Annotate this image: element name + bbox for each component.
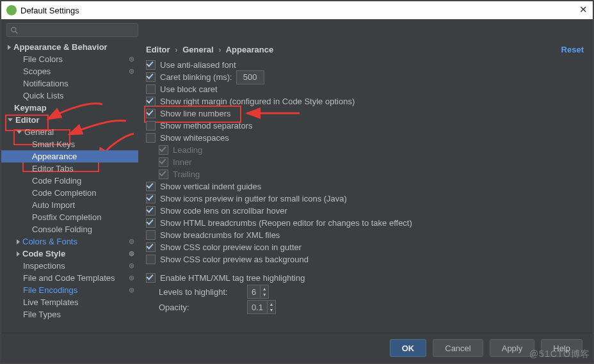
sidebar-item[interactable]: File Types bbox=[1, 308, 138, 320]
sidebar-item[interactable]: Quick Lists bbox=[1, 90, 138, 102]
checkbox-icon[interactable] bbox=[159, 170, 168, 179]
sidebar-item-label: Editor bbox=[15, 115, 40, 125]
checkbox-icon[interactable] bbox=[146, 218, 156, 228]
checkbox-icon[interactable] bbox=[146, 182, 156, 191]
sidebar-item-label: Editor Tabs bbox=[32, 164, 74, 173]
search-input[interactable] bbox=[6, 23, 138, 37]
checkbox-icon[interactable] bbox=[146, 97, 156, 106]
app-icon bbox=[6, 5, 17, 15]
checkbox-label: Show right margin (configured in Code St… bbox=[160, 97, 355, 106]
sidebar-item[interactable]: Smart Keys bbox=[1, 138, 138, 150]
sidebar-item[interactable]: Postfix Completion bbox=[1, 211, 138, 223]
apply-button[interactable]: Apply bbox=[490, 339, 535, 357]
sidebar-item[interactable]: Notifications bbox=[1, 77, 138, 90]
sidebar-item[interactable]: General bbox=[1, 126, 138, 138]
checkbox-row[interactable]: Inner bbox=[159, 156, 584, 168]
checkbox-label: Caret blinking (ms): bbox=[160, 72, 232, 82]
checkbox-label: Show CSS color preview icon in gutter bbox=[160, 242, 301, 252]
levels-row: Levels to highlight: 6▲▼ bbox=[159, 284, 584, 299]
reset-link[interactable]: Reset bbox=[561, 45, 584, 54]
checkbox-icon[interactable] bbox=[146, 242, 156, 252]
checkbox-icon[interactable] bbox=[146, 84, 156, 94]
checkbox-row[interactable]: Show right margin (configured in Code St… bbox=[146, 95, 584, 107]
checkbox-row[interactable]: Show breadcrumbs for XML files bbox=[146, 229, 584, 241]
checkbox-icon[interactable] bbox=[146, 72, 156, 82]
sidebar-item[interactable]: Console Folding bbox=[1, 223, 138, 235]
checkbox-icon[interactable] bbox=[159, 157, 168, 167]
checkbox-label: Leading bbox=[173, 145, 202, 155]
chevron-up-icon[interactable]: ▲ bbox=[261, 286, 268, 292]
sidebar-item[interactable]: Inspections⊚ bbox=[1, 260, 138, 272]
sidebar-item[interactable]: File Encodings⊚ bbox=[1, 284, 138, 296]
breadcrumb-part: General bbox=[182, 45, 213, 54]
field-label: Opacity: bbox=[159, 303, 242, 312]
checkbox-row[interactable]: Trailing bbox=[159, 168, 584, 180]
checkbox-row[interactable]: Use block caret bbox=[146, 83, 584, 95]
sidebar-item-label: Code Completion bbox=[32, 188, 96, 198]
sidebar-item[interactable]: Code Style⊚ bbox=[1, 248, 138, 260]
opacity-stepper[interactable]: 0.1▲▼ bbox=[247, 300, 276, 314]
checkbox-row[interactable]: Show CSS color preview icon in gutter bbox=[146, 241, 584, 253]
sidebar-item[interactable]: Keymap bbox=[1, 102, 138, 114]
cancel-button[interactable]: Cancel bbox=[433, 339, 483, 357]
checkbox-row[interactable]: Enable HTML/XML tag tree highlighting bbox=[146, 272, 584, 284]
ok-button[interactable]: OK bbox=[390, 339, 427, 357]
checkbox-icon[interactable] bbox=[146, 133, 156, 143]
checkbox-icon[interactable] bbox=[146, 60, 156, 70]
checkbox-icon[interactable] bbox=[146, 206, 156, 216]
checkbox-label: Use block caret bbox=[160, 84, 218, 94]
checkbox-icon[interactable] bbox=[146, 230, 156, 240]
checkbox-label: Show CSS color preview as background bbox=[160, 255, 309, 264]
searchbar bbox=[1, 19, 593, 40]
sidebar-item[interactable]: Code Completion bbox=[1, 187, 138, 199]
sidebar-item[interactable]: Scopes⊚ bbox=[1, 65, 138, 77]
chevron-up-icon[interactable]: ▲ bbox=[268, 301, 275, 307]
checkbox-icon[interactable] bbox=[159, 145, 168, 155]
checkbox-row[interactable]: Show CSS color preview as background bbox=[146, 253, 584, 265]
sidebar-item[interactable]: Appearance & Behavior bbox=[1, 41, 138, 53]
search-icon bbox=[10, 26, 19, 35]
checkbox-label: Show vertical indent guides bbox=[160, 182, 261, 191]
checkbox-icon[interactable] bbox=[146, 109, 156, 118]
watermark: @51CTO博客 bbox=[529, 349, 590, 360]
close-icon[interactable]: ✕ bbox=[579, 4, 588, 15]
chevron-down-icon[interactable]: ▼ bbox=[261, 292, 268, 297]
checkbox-icon[interactable] bbox=[146, 255, 156, 264]
gear-icon: ⊚ bbox=[129, 262, 134, 270]
sidebar-item[interactable]: Code Folding bbox=[1, 175, 138, 187]
checkbox-icon[interactable] bbox=[146, 194, 156, 203]
checkbox-row[interactable]: Leading bbox=[159, 144, 584, 156]
levels-stepper[interactable]: 6▲▼ bbox=[247, 285, 269, 299]
checkbox-row[interactable]: Show vertical indent guides bbox=[146, 180, 584, 193]
checkbox-row[interactable]: Show HTML breadcrumbs (Reopen editor for… bbox=[146, 217, 584, 229]
checkbox-row[interactable]: Show whitespaces bbox=[146, 132, 584, 144]
sidebar-item[interactable]: Auto Import bbox=[1, 199, 138, 211]
sidebar-item-label: Scopes bbox=[23, 67, 51, 76]
checkbox-label: Trailing bbox=[173, 170, 200, 179]
sidebar-item[interactable]: File Colors⊚ bbox=[1, 53, 138, 65]
chevron-down-icon[interactable]: ▼ bbox=[268, 307, 275, 313]
sidebar-item-label: Keymap bbox=[14, 103, 47, 113]
checkbox-row[interactable]: Show line numbers bbox=[146, 107, 584, 120]
sidebar-item-label: File Colors bbox=[23, 54, 63, 64]
sidebar-item[interactable]: Colors & Fonts⊚ bbox=[1, 235, 138, 248]
sidebar-item[interactable]: Live Templates bbox=[1, 296, 138, 308]
gear-icon: ⊚ bbox=[129, 67, 134, 75]
sidebar-item-label: Live Templates bbox=[23, 297, 78, 307]
sidebar-item[interactable]: Editor Tabs bbox=[1, 162, 138, 175]
checkbox-row[interactable]: Caret blinking (ms):500 bbox=[146, 71, 584, 83]
checkbox-icon[interactable] bbox=[146, 121, 156, 131]
sidebar-item[interactable]: File and Code Templates⊚ bbox=[1, 272, 138, 284]
caret-blink-input[interactable]: 500 bbox=[236, 70, 264, 84]
sidebar-item[interactable]: Editor bbox=[1, 114, 138, 126]
checkbox-icon[interactable] bbox=[146, 273, 156, 283]
gear-icon: ⊚ bbox=[129, 237, 134, 246]
sidebar-item[interactable]: Appearance bbox=[1, 150, 138, 162]
checkbox-label: Show HTML breadcrumbs (Reopen editor for… bbox=[160, 218, 412, 228]
checkbox-row[interactable]: Show icons preview in gutter for small i… bbox=[146, 193, 584, 205]
breadcrumb-row: Editor › General › Appearance Reset bbox=[146, 40, 584, 59]
opacity-row: Opacity: 0.1▲▼ bbox=[159, 299, 584, 315]
checkbox-row[interactable]: Show method separators bbox=[146, 120, 584, 132]
checkbox-row[interactable]: Show code lens on scrollbar hover bbox=[146, 205, 584, 217]
checkbox-row[interactable]: Use anti-aliased font bbox=[146, 59, 584, 71]
